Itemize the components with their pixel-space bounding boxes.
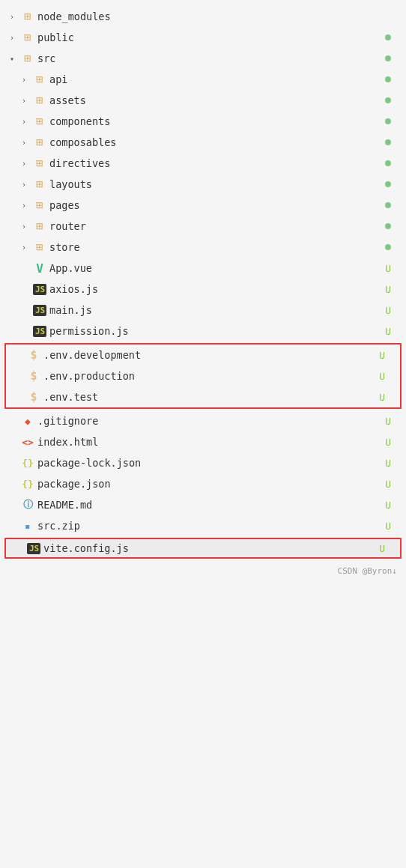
watermark: CSDN @Byron↓ [0,560,406,582]
tree-item-readme[interactable]: ⓘREADME.mdU [0,494,406,515]
chevron-assets [18,94,30,106]
env-highlight-group: $.env.developmentU$.env.productionU$.env… [4,343,402,409]
md-icon: ⓘ [21,498,34,512]
tree-item-app_vue[interactable]: VApp.vueU [0,258,406,279]
modified-dot-assets [385,97,391,103]
json-icon: {} [21,456,34,470]
item-label-node_modules: node_modules [37,10,111,22]
tree-item-env_test[interactable]: $.env.testU [6,386,400,407]
tree-item-api[interactable]: ⊞api [0,69,406,90]
item-label-app_vue: App.vue [49,262,92,274]
git-badge-axios_js: U [385,284,391,295]
file-tree: ⊞node_modules⊞public⊞src⊞api⊞assets⊞comp… [0,0,406,588]
env-icon: $ [27,348,40,362]
item-label-public: public [37,31,74,43]
tree-item-axios_js[interactable]: JSaxios.jsU [0,279,406,300]
tree-item-composables[interactable]: ⊞composables [0,132,406,153]
modified-dot-store [385,244,391,250]
modified-dot-router [385,223,391,229]
git-badge-env_dev: U [379,350,385,361]
js-icon: JS [33,284,46,295]
modified-dot-api [385,76,391,82]
folder-icon: ⊞ [33,198,46,212]
folder-icon: ⊞ [33,240,46,254]
tree-item-components[interactable]: ⊞components [0,111,406,132]
git-badge-index_html: U [385,437,391,448]
tree-item-store[interactable]: ⊞store [0,237,406,258]
tree-item-src[interactable]: ⊞src [0,48,406,69]
modified-dot-public [385,34,391,40]
item-label-api: api [49,73,67,85]
tree-item-env_prod[interactable]: $.env.productionU [6,365,400,386]
zip-icon: ▪ [21,519,34,532]
chevron-layouts [18,178,30,190]
modified-dot-directives [385,160,391,166]
modified-dot-composables [385,139,391,145]
git-badge-app_vue: U [385,263,391,274]
folder-icon: ⊞ [33,219,46,233]
chevron-components [18,115,30,127]
item-label-store: store [49,241,80,253]
tree-item-node_modules[interactable]: ⊞node_modules [0,6,406,27]
item-label-directives: directives [49,157,110,169]
git-badge-env_prod: U [379,371,385,382]
git-badge-permission_js: U [385,326,391,337]
item-label-pages: pages [49,199,80,211]
folder-icon: ⊞ [33,136,46,149]
git-badge-pkg_lock: U [385,458,391,469]
item-label-src_zip: src.zip [37,520,80,532]
js-icon: JS [33,305,46,316]
item-label-components: components [49,115,110,127]
env-icon: $ [27,390,40,404]
tree-item-vite_config[interactable]: JSvite.config.jsU [4,538,402,559]
git-badge-readme: U [385,500,391,511]
modified-dot-components [385,118,391,124]
tree-item-index_html[interactable]: <>index.htmlU [0,431,406,452]
tree-item-assets[interactable]: ⊞assets [0,90,406,111]
git-badge-src_zip: U [385,521,391,532]
js-icon: JS [33,282,46,296]
git-badge-gitignore: U [385,416,391,427]
tree-item-layouts[interactable]: ⊞layouts [0,174,406,195]
folder-icon: ⊞ [33,157,46,170]
git-badge-main_js: U [385,305,391,316]
chevron-directives [18,157,30,169]
item-label-main_js: main.js [49,304,92,316]
tree-item-pkg_json[interactable]: {}package.jsonU [0,473,406,494]
item-label-router: router [49,220,86,232]
env-icon: $ [27,369,40,383]
item-label-assets: assets [49,94,86,106]
chevron-src [6,52,18,64]
item-label-vite_config: vite.config.js [43,542,129,554]
tree-item-directives[interactable]: ⊞directives [0,153,406,174]
tree-item-public[interactable]: ⊞public [0,27,406,48]
item-label-pkg_lock: package-lock.json [37,457,141,469]
modified-dot-src [385,55,391,61]
tree-item-permission_js[interactable]: JSpermission.jsU [0,321,406,342]
git-badge-pkg_json: U [385,479,391,490]
folder-icon: ⊞ [33,73,46,86]
tree-item-main_js[interactable]: JSmain.jsU [0,300,406,321]
tree-item-gitignore[interactable]: ◆.gitignoreU [0,410,406,431]
item-label-env_test: .env.test [43,391,98,403]
modified-dot-layouts [385,181,391,187]
tree-item-env_dev[interactable]: $.env.developmentU [6,345,400,365]
git-badge-vite_config: U [379,543,385,554]
chevron-api [18,73,30,85]
item-label-permission_js: permission.js [49,325,129,337]
js-icon: JS [33,303,46,317]
tree-item-src_zip[interactable]: ▪src.zipU [0,515,406,536]
item-label-gitignore: .gitignore [37,415,98,427]
folder-icon: ⊞ [21,52,34,65]
tree-item-router[interactable]: ⊞router [0,216,406,237]
folder-icon: ⊞ [33,94,46,107]
git-badge-env_test: U [379,392,385,403]
html-icon: <> [21,435,34,449]
tree-item-pkg_lock[interactable]: {}package-lock.jsonU [0,452,406,473]
folder-icon: ⊞ [21,10,34,23]
tree-item-pages[interactable]: ⊞pages [0,195,406,216]
folder-icon: ⊞ [21,31,34,44]
folder-icon: ⊞ [33,115,46,128]
item-label-readme: README.md [37,499,92,511]
chevron-store [18,241,30,253]
